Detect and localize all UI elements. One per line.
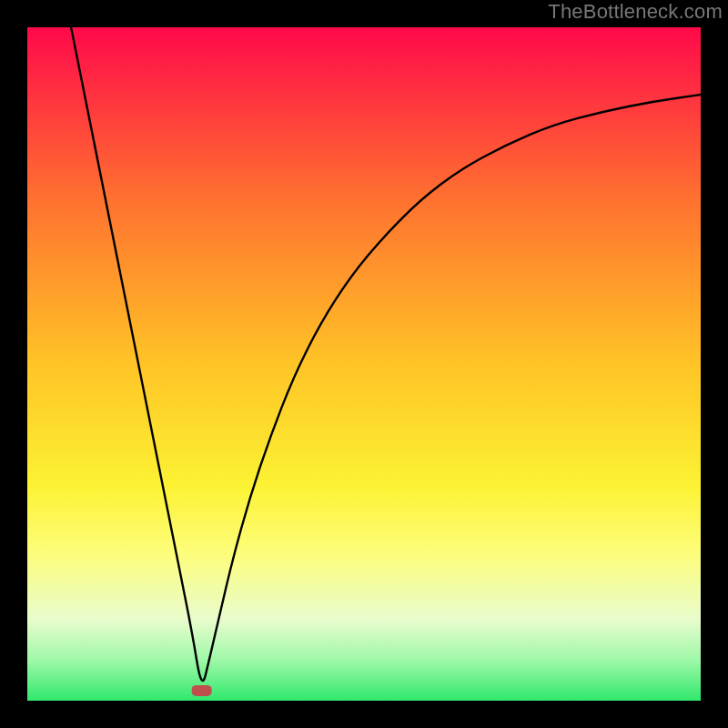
attribution-label: TheBottleneck.com xyxy=(548,0,723,24)
bottleneck-curve-chart xyxy=(27,27,701,701)
optimum-marker xyxy=(192,685,212,696)
gradient-background xyxy=(27,27,701,701)
chart-frame: TheBottleneck.com xyxy=(0,0,728,728)
plot-area xyxy=(27,27,701,701)
